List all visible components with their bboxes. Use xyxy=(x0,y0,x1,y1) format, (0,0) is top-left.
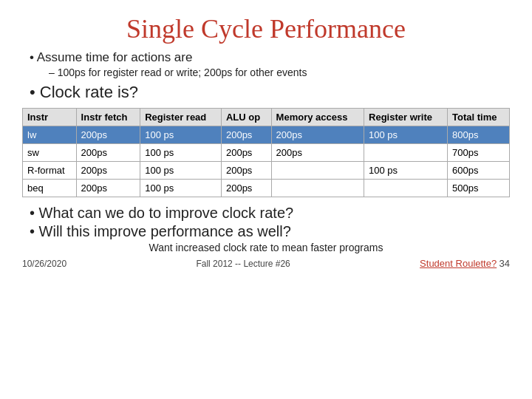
footer-date: 10/26/2020 xyxy=(22,259,66,269)
col-header-mem-access: Memory access xyxy=(271,109,364,126)
footer-right: Student Roulette? 34 xyxy=(420,258,510,269)
table-cell: 200ps xyxy=(221,180,271,197)
table-cell: 800ps xyxy=(448,126,510,144)
footer-center: Fall 2012 -- Lecture #26 xyxy=(66,259,420,269)
bullet-main-2: • Clock rate is? xyxy=(30,83,510,102)
bottom-sub: Want increased clock rate to mean faster… xyxy=(22,242,510,253)
table-cell: 200ps xyxy=(221,126,271,144)
table-cell: 100 ps xyxy=(364,126,448,144)
table-cell: 600ps xyxy=(448,162,510,180)
bottom-bullet-1: • What can we do to improve clock rate? xyxy=(30,205,510,222)
table-cell xyxy=(271,162,364,180)
table-cell: 200ps xyxy=(76,180,140,197)
table-cell: 200ps xyxy=(221,162,271,180)
table-cell: 200ps xyxy=(76,162,140,180)
table-cell: 100 ps xyxy=(140,162,222,180)
col-header-instr-fetch: Instr fetch xyxy=(76,109,140,126)
table-cell: 100 ps xyxy=(140,180,222,197)
table-cell xyxy=(364,180,448,197)
table-cell: R-format xyxy=(23,162,77,180)
table-cell: 200ps xyxy=(76,144,140,162)
col-header-alu-op: ALU op xyxy=(221,109,271,126)
table-cell: 200ps xyxy=(271,144,364,162)
table-cell: 200ps xyxy=(221,144,271,162)
table-cell: 200ps xyxy=(76,126,140,144)
bullet-sub-1: – 100ps for register read or write; 200p… xyxy=(49,66,510,78)
student-roulette-link[interactable]: Student Roulette? xyxy=(420,258,497,269)
page-number: 34 xyxy=(499,258,510,269)
table-cell: 100 ps xyxy=(140,144,222,162)
table-cell xyxy=(271,180,364,197)
table-cell: beq xyxy=(23,180,77,197)
bottom-bullet-2: • Will this improve performance as well? xyxy=(30,223,510,240)
bullet-main-1: • Assume time for actions are xyxy=(30,50,510,65)
table-cell: lw xyxy=(23,126,77,144)
table-cell: 100 ps xyxy=(140,126,222,144)
table-row: beq200ps100 ps200ps500ps xyxy=(23,180,510,197)
table-row: sw200ps100 ps200ps200ps700ps xyxy=(23,144,510,162)
col-header-reg-read: Register read xyxy=(140,109,222,126)
table-cell: 100 ps xyxy=(364,162,448,180)
col-header-instr: Instr xyxy=(23,109,77,126)
col-header-total: Total time xyxy=(448,109,510,126)
table-cell xyxy=(364,144,448,162)
table-cell: sw xyxy=(23,144,77,162)
footer: 10/26/2020 Fall 2012 -- Lecture #26 Stud… xyxy=(22,258,510,269)
col-header-reg-write: Register write xyxy=(364,109,448,126)
performance-table: Instr Instr fetch Register read ALU op M… xyxy=(22,108,510,197)
table-cell: 200ps xyxy=(271,126,364,144)
table-cell: 700ps xyxy=(448,144,510,162)
page-title: Single Cycle Performance xyxy=(22,13,510,44)
table-row: lw200ps100 ps200ps200ps100 ps800ps xyxy=(23,126,510,144)
table-row: R-format200ps100 ps200ps100 ps600ps xyxy=(23,162,510,180)
table-cell: 500ps xyxy=(448,180,510,197)
